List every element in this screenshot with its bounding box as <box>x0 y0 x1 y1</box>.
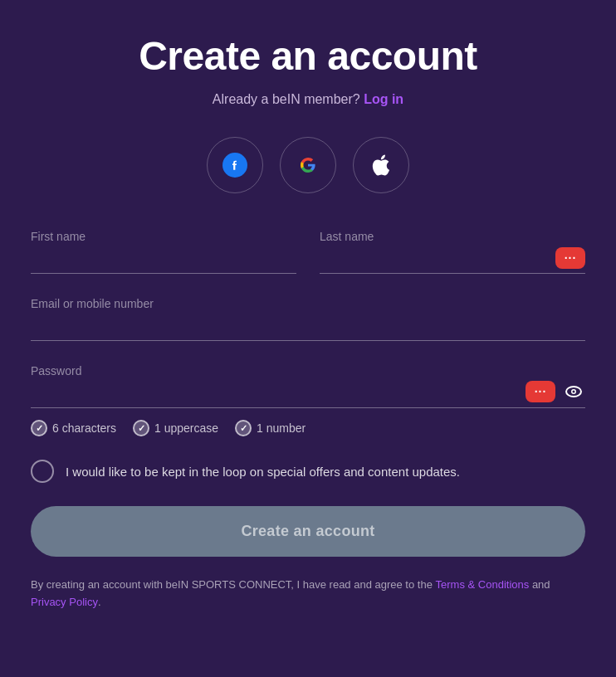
facebook-login-button[interactable] <box>207 137 263 193</box>
last-name-group: Last name <box>320 230 585 274</box>
page-title: Create an account <box>139 33 477 79</box>
password-input[interactable] <box>31 382 585 408</box>
email-group: Email or mobile number <box>31 297 585 341</box>
newsletter-row: I would like to be kept in the loop on s… <box>31 460 585 483</box>
password-wrapper: ··· <box>31 382 585 408</box>
login-link[interactable]: Log in <box>364 92 403 106</box>
req-uppercase-label: 1 uppercase <box>154 421 218 435</box>
svg-point-5 <box>573 391 575 393</box>
dots-icon: ··· <box>535 385 547 398</box>
email-input[interactable] <box>31 315 585 341</box>
first-name-label: First name <box>31 230 296 243</box>
req-characters: 6 characters <box>31 420 116 436</box>
newsletter-text: I would like to be kept in the loop on s… <box>66 463 460 480</box>
google-login-button[interactable] <box>280 137 336 193</box>
req-uppercase-check <box>133 420 149 436</box>
legal-text: By creating an account with beIN SPORTS … <box>17 577 599 611</box>
password-icons: ··· <box>526 380 585 403</box>
password-group: Password ··· <box>31 364 585 408</box>
first-name-input[interactable] <box>31 248 296 274</box>
apple-login-button[interactable] <box>353 137 409 193</box>
last-name-input[interactable] <box>320 248 585 274</box>
req-number-label: 1 number <box>257 421 306 435</box>
email-label: Email or mobile number <box>31 297 585 310</box>
req-uppercase: 1 uppercase <box>133 420 218 436</box>
last-name-label: Last name <box>320 230 585 243</box>
terms-link[interactable]: Terms & Conditions <box>436 578 530 591</box>
social-buttons-group <box>207 137 409 193</box>
create-account-button[interactable]: Create an account <box>31 506 585 557</box>
subtitle: Already a beIN member? Log in <box>213 92 403 107</box>
req-characters-check <box>31 420 47 436</box>
registration-form: First name ··· Last name Email or mobile… <box>17 230 599 577</box>
req-characters-label: 6 characters <box>52 421 116 435</box>
first-name-group: First name <box>31 230 296 274</box>
password-label: Password <box>31 364 585 377</box>
name-row: First name ··· Last name <box>31 230 585 274</box>
password-toggle-visibility[interactable] <box>562 380 585 403</box>
req-number-check <box>235 420 252 436</box>
password-requirements: 6 characters 1 uppercase 1 number <box>31 420 585 436</box>
privacy-link[interactable]: Privacy Policy <box>31 596 98 608</box>
newsletter-checkbox[interactable] <box>31 460 54 483</box>
req-number: 1 number <box>235 420 306 436</box>
password-autofill-icon[interactable]: ··· <box>526 381 555 402</box>
